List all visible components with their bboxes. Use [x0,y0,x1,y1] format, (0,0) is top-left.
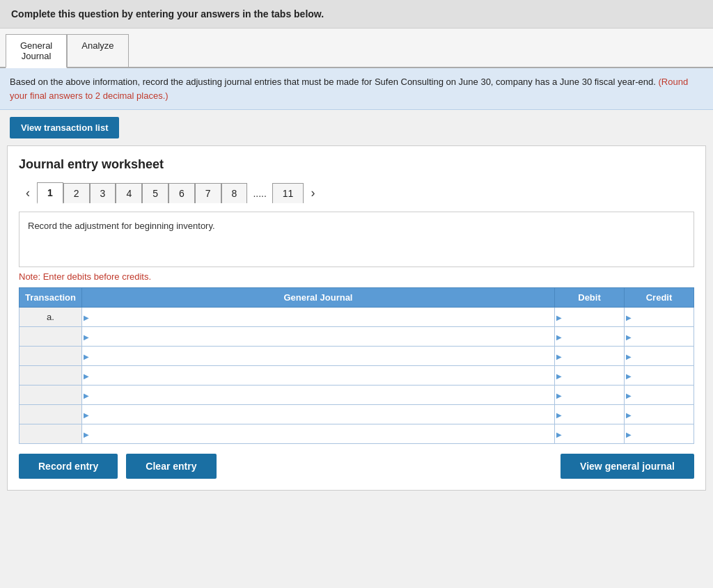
tab-analyze[interactable]: Analyze [67,34,128,67]
debit-cell[interactable] [555,327,625,347]
col-credit: Credit [625,288,694,308]
page-tab-6[interactable]: 6 [169,183,195,203]
table-row [19,405,694,424]
credit-cell[interactable] [625,386,694,405]
debit-cell[interactable] [555,347,625,366]
clear-entry-button[interactable]: Clear entry [126,454,216,479]
col-transaction: Transaction [19,288,82,308]
journal-input[interactable] [85,388,551,403]
credit-input[interactable] [627,329,691,344]
debit-input[interactable] [558,407,621,422]
table-row [19,366,694,386]
col-debit: Debit [555,288,625,308]
journal-cell[interactable] [82,308,555,327]
credit-input[interactable] [627,368,691,383]
tabs-row: GeneralJournal Analyze [0,29,713,68]
page-navigation: ‹ 1 2 3 4 5 6 7 8 ..... 11 › [19,182,694,205]
description-text: Record the adjustment for beginning inve… [28,221,215,231]
worksheet-title: Journal entry worksheet [19,157,694,172]
transaction-cell: a. [19,308,82,327]
info-text: Based on the above information, record t… [10,77,656,87]
page-tab-11[interactable]: 11 [272,183,304,203]
debit-input[interactable] [558,329,621,344]
page-tab-1[interactable]: 1 [37,182,63,204]
transaction-cell [19,405,82,424]
credit-input[interactable] [627,427,691,442]
debit-input[interactable] [558,388,621,403]
journal-cell[interactable] [82,424,555,444]
next-page-button[interactable]: › [304,182,322,205]
debit-input[interactable] [558,427,621,442]
debit-cell[interactable] [555,308,625,327]
page-tab-7[interactable]: 7 [195,183,221,203]
credit-cell[interactable] [625,327,694,347]
journal-table: Transaction General Journal Debit Credit… [19,287,694,444]
view-transaction-button[interactable]: View transaction list [10,117,119,138]
journal-input[interactable] [85,349,551,364]
table-row: a. [19,308,694,327]
page-ellipsis: ..... [247,184,272,203]
credit-cell[interactable] [625,424,694,444]
debit-cell[interactable] [555,386,625,405]
journal-cell[interactable] [82,405,555,424]
worksheet-container: Journal entry worksheet ‹ 1 2 3 4 5 6 7 … [7,145,706,491]
transaction-cell [19,386,82,405]
debit-cell[interactable] [555,405,625,424]
journal-input[interactable] [85,310,551,325]
button-row: Record entry Clear entry View general jo… [19,454,694,479]
credit-input[interactable] [627,310,691,325]
journal-cell[interactable] [82,386,555,405]
credit-cell[interactable] [625,405,694,424]
journal-input[interactable] [85,407,551,422]
info-box: Based on the above information, record t… [0,68,713,110]
debit-input[interactable] [558,310,621,325]
journal-input[interactable] [85,368,551,383]
credit-cell[interactable] [625,366,694,386]
debit-cell[interactable] [555,424,625,444]
transaction-cell [19,347,82,366]
page-tab-3[interactable]: 3 [90,183,116,203]
page-tab-2[interactable]: 2 [63,183,90,203]
transaction-cell [19,424,82,444]
record-entry-button[interactable]: Record entry [19,454,118,479]
table-row [19,347,694,366]
prev-page-button[interactable]: ‹ [19,182,37,205]
note-text: Note: Enter debits before credits. [19,271,694,282]
credit-input[interactable] [627,349,691,364]
banner-text: Complete this question by entering your … [11,8,324,19]
journal-input[interactable] [85,329,551,344]
tab-general-journal[interactable]: GeneralJournal [6,34,67,68]
page-tab-5[interactable]: 5 [142,183,169,203]
transaction-cell [19,327,82,347]
journal-input[interactable] [85,427,551,442]
journal-cell[interactable] [82,366,555,386]
top-banner: Complete this question by entering your … [0,0,713,29]
description-box: Record the adjustment for beginning inve… [19,212,694,267]
credit-cell[interactable] [625,347,694,366]
credit-cell[interactable] [625,308,694,327]
table-row [19,327,694,347]
credit-input[interactable] [627,407,691,422]
transaction-cell [19,366,82,386]
credit-input[interactable] [627,388,691,403]
table-row [19,424,694,444]
page-tab-8[interactable]: 8 [221,183,248,203]
debit-cell[interactable] [555,366,625,386]
table-row [19,386,694,405]
col-general-journal: General Journal [82,288,555,308]
view-general-journal-button[interactable]: View general journal [561,454,694,479]
journal-cell[interactable] [82,347,555,366]
page-tab-4[interactable]: 4 [116,183,142,203]
debit-input[interactable] [558,368,621,383]
debit-input[interactable] [558,349,621,364]
journal-cell[interactable] [82,327,555,347]
